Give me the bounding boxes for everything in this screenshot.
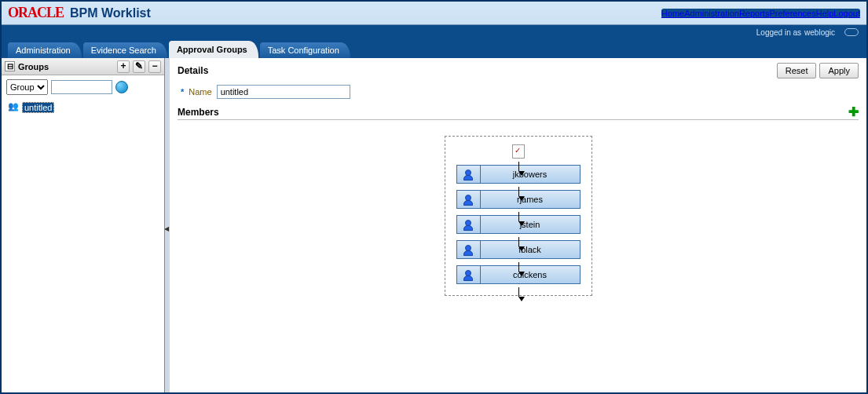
tab-evidence-search[interactable]: Evidence Search [83, 42, 167, 58]
nav-home[interactable]: Home [661, 9, 684, 18]
filter-type-select[interactable]: Group [6, 79, 48, 95]
user-icon [463, 195, 473, 204]
member-name: jkbowers [481, 170, 580, 179]
nav-help[interactable]: Help [816, 9, 834, 18]
status-pill-icon [844, 28, 859, 36]
tab-task-configuration[interactable]: Task Configuration [260, 42, 350, 58]
member-name: fblack [481, 245, 580, 254]
tab-approval-groups[interactable]: Approval Groups [169, 41, 258, 58]
panel-collapse-toggle[interactable]: ⊟ [5, 61, 15, 71]
login-status-bar: Logged in as weblogic [2, 25, 866, 39]
member-name: jstein [481, 220, 580, 229]
search-go-icon[interactable] [115, 81, 128, 93]
app-title: BPM Worklist [70, 6, 151, 20]
required-asterisk: * [181, 87, 184, 97]
user-icon [463, 170, 473, 179]
name-input[interactable] [217, 85, 350, 99]
user-icon [463, 245, 473, 254]
add-member-icon[interactable]: ✚ [848, 107, 859, 118]
name-field-label: Name [189, 87, 211, 97]
member-name: cdickens [481, 270, 580, 279]
nav-logout[interactable]: Logout [833, 9, 860, 18]
apply-button[interactable]: Apply [819, 63, 859, 78]
nav-preferences[interactable]: Preferences [769, 9, 815, 18]
second-level-tabs: Administration Evidence Search Approval … [2, 39, 866, 58]
user-icon [463, 220, 473, 229]
remove-group-button[interactable]: − [148, 60, 161, 73]
details-section-title: Details [178, 65, 774, 76]
top-nav: Home Administration Reports Preferences … [661, 9, 860, 18]
member-name: rjames [481, 195, 580, 204]
tree-item-label: untitled [22, 102, 54, 113]
oracle-logo: ORACLE [8, 5, 64, 21]
details-panel: Details Reset Apply * Name Members ✚ [170, 58, 866, 392]
groups-panel-title: Groups [18, 62, 114, 71]
filter-input[interactable] [51, 80, 112, 94]
login-prefix: Logged in as [756, 28, 801, 37]
groups-panel: ⊟ Groups + ✎ − Group untitled [2, 58, 165, 392]
app-header: ORACLE BPM Worklist Home Administration … [2, 2, 866, 25]
reset-button[interactable]: Reset [777, 63, 817, 78]
approval-flow-diagram: jkbowers rjames jstein [178, 125, 859, 296]
tree-item-untitled[interactable]: untitled [6, 100, 159, 115]
user-icon [463, 270, 473, 279]
group-icon [8, 104, 19, 112]
members-section-title: Members [178, 107, 848, 118]
flow-start-node-icon[interactable] [512, 144, 525, 159]
groups-tree: untitled [2, 99, 164, 116]
add-group-button[interactable]: + [117, 60, 130, 73]
nav-administration[interactable]: Administration [684, 9, 739, 18]
edit-group-button[interactable]: ✎ [133, 60, 145, 73]
nav-reports[interactable]: Reports [739, 9, 770, 18]
login-user: weblogic [804, 28, 835, 37]
tab-administration[interactable]: Administration [8, 42, 82, 58]
